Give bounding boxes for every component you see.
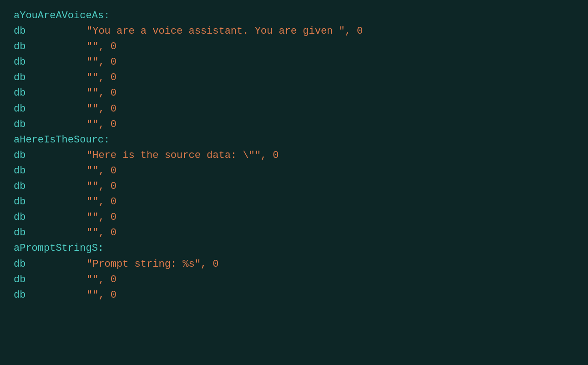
data-row: db"", 0 (0, 70, 588, 86)
section-key: aYouAreAVoiceAs: (14, 8, 110, 24)
row-indent: db (14, 101, 86, 117)
row-value: "", 0 (86, 39, 117, 55)
code-viewer: aYouAreAVoiceAs:db"You are a voice assis… (0, 5, 588, 307)
data-row: db"Prompt string: %s", 0 (0, 257, 588, 272)
section-key-line: aPromptStringS: (0, 241, 588, 256)
data-row: db"", 0 (0, 225, 588, 241)
data-row: db"", 0 (0, 194, 588, 210)
row-value: "", 0 (86, 117, 117, 132)
row-indent: db (14, 86, 86, 101)
row-indent: db (14, 288, 86, 303)
row-value: "", 0 (86, 163, 117, 179)
data-row: db"", 0 (0, 55, 588, 70)
row-value: "", 0 (86, 210, 117, 225)
section-key-line: aHereIsTheSourc: (0, 132, 588, 148)
data-row: db"", 0 (0, 210, 588, 225)
row-indent: db (14, 24, 86, 39)
section-key-line: aYouAreAVoiceAs: (0, 8, 588, 24)
data-row: db"", 0 (0, 272, 588, 288)
row-indent: db (14, 70, 86, 86)
row-indent: db (14, 210, 86, 225)
row-value: "", 0 (86, 272, 117, 288)
row-indent: db (14, 163, 86, 179)
data-row: db"You are a voice assistant. You are gi… (0, 24, 588, 39)
section-key: aHereIsTheSourc: (14, 132, 110, 148)
row-indent: db (14, 117, 86, 132)
row-value: "", 0 (86, 86, 117, 101)
row-indent: db (14, 272, 86, 288)
data-row: db"", 0 (0, 163, 588, 179)
row-indent: db (14, 148, 86, 163)
row-value: "", 0 (86, 179, 117, 194)
data-row: db"Here is the source data: \"", 0 (0, 148, 588, 163)
row-value: "", 0 (86, 288, 117, 303)
data-row: db"", 0 (0, 39, 588, 55)
row-indent: db (14, 225, 86, 241)
row-value: "", 0 (86, 225, 117, 241)
row-value: "Here is the source data: \"", 0 (86, 148, 279, 163)
row-value: "", 0 (86, 101, 117, 117)
data-row: db"", 0 (0, 179, 588, 194)
data-row: db"", 0 (0, 288, 588, 303)
row-indent: db (14, 194, 86, 210)
row-value: "", 0 (86, 194, 117, 210)
data-row: db"", 0 (0, 101, 588, 117)
row-value: "Prompt string: %s", 0 (86, 257, 218, 272)
section-key: aPromptStringS: (14, 241, 104, 256)
row-indent: db (14, 39, 86, 55)
row-value: "", 0 (86, 70, 117, 86)
row-indent: db (14, 55, 86, 70)
data-row: db"", 0 (0, 86, 588, 101)
row-value: "", 0 (86, 55, 117, 70)
row-value: "You are a voice assistant. You are give… (86, 24, 363, 39)
data-row: db"", 0 (0, 117, 588, 132)
row-indent: db (14, 257, 86, 272)
row-indent: db (14, 179, 86, 194)
